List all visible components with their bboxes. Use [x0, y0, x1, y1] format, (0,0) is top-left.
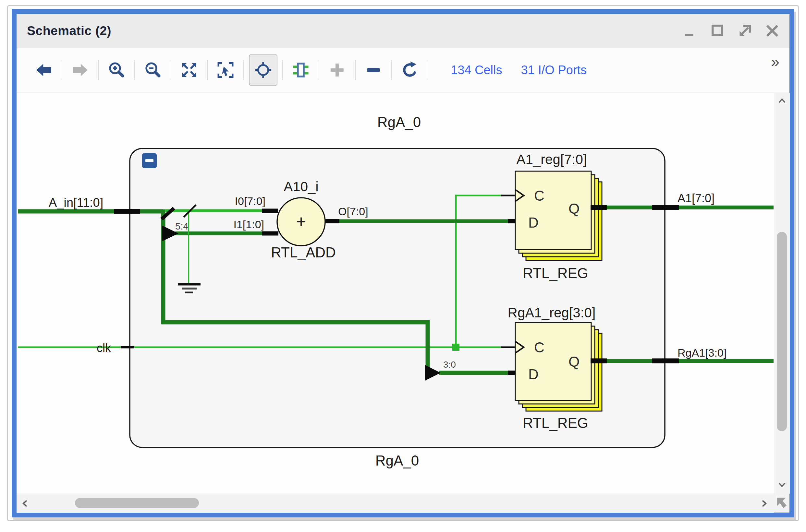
toolbar-separator: [171, 60, 171, 80]
collapse-module-icon: [145, 159, 153, 162]
adder-type-label: RTL_ADD: [271, 244, 336, 260]
expand-icon: [328, 61, 347, 79]
zoom-in-icon: [107, 61, 126, 79]
horizontal-scrollbar[interactable]: [17, 494, 774, 513]
zoom-fit-button[interactable]: [179, 60, 199, 80]
port-rga1-label: RgA1[3:0]: [678, 346, 727, 359]
toolbar-separator: [207, 60, 208, 80]
titlebar[interactable]: Schematic (2): [17, 14, 789, 48]
adder-op-symbol: +: [296, 212, 306, 231]
zoom-out-button[interactable]: [143, 60, 163, 80]
zoom-to-selection-button[interactable]: [216, 60, 236, 80]
schematic-drawing: RgA_0 RgA_0: [17, 93, 774, 494]
collapse-icon: [364, 61, 383, 79]
window-controls: [682, 23, 780, 39]
autofit-selection-button[interactable]: [249, 55, 277, 86]
float-icon: [737, 23, 752, 38]
maximize-icon: [710, 23, 725, 38]
toolbar-separator: [391, 60, 392, 80]
autofit-selection-icon: [254, 61, 273, 79]
module-name-top: RgA_0: [377, 114, 421, 130]
toolbar-separator: [243, 60, 244, 80]
scroll-up-icon[interactable]: [777, 97, 787, 106]
adder-pin-i1-label: I1[1:0]: [233, 218, 264, 230]
refresh-button[interactable]: [400, 60, 420, 80]
reg-a1-pin-q: Q: [568, 201, 580, 216]
back-arrow-icon: [34, 61, 53, 79]
toolbar-overflow-chevron[interactable]: »: [771, 53, 778, 70]
scrollbar-corner[interactable]: [774, 494, 789, 513]
vertical-scrollbar-thumb[interactable]: [777, 232, 787, 431]
port-a1-label: A1[7:0]: [678, 192, 714, 205]
reg-a1-type-label: RTL_REG: [523, 265, 588, 281]
scroll-left-icon[interactable]: [21, 498, 30, 509]
toolbar-separator: [355, 60, 355, 80]
adder-pin-o-label: O[7:0]: [338, 205, 368, 217]
screen: Schematic (2): [0, 0, 806, 532]
zoom-in-button[interactable]: [106, 60, 127, 80]
minimize-button[interactable]: [682, 23, 699, 39]
float-button[interactable]: [737, 23, 753, 39]
close-button[interactable]: [764, 23, 780, 39]
reg-rga1-pin-d: D: [528, 366, 538, 382]
reg-rga1-instance-label: RgA1_reg[3:0]: [508, 305, 596, 320]
cells-link[interactable]: 134 Cells: [451, 63, 502, 77]
cell-pins-button[interactable]: [291, 60, 311, 80]
forward-arrow-icon: [71, 61, 90, 79]
vertical-scrollbar[interactable]: [774, 93, 790, 494]
back-button[interactable]: [34, 60, 54, 80]
port-clk-label: clk: [97, 341, 111, 355]
collapse-module-button[interactable]: [142, 153, 157, 168]
scroll-right-icon[interactable]: [759, 498, 768, 509]
reg-a1-pin-c: C: [534, 188, 545, 204]
refresh-icon: [400, 61, 419, 79]
forward-button[interactable]: [70, 60, 90, 80]
toolbar-separator: [428, 60, 428, 80]
toolbar-separator: [282, 60, 283, 80]
reg-rga1-pin-c: C: [534, 339, 545, 355]
reg-rga1-type-label: RTL_REG: [523, 415, 588, 431]
scroll-down-icon[interactable]: [777, 480, 787, 489]
toolbar-separator: [62, 60, 62, 80]
adder-pin-i0-label: I0[7:0]: [235, 195, 265, 207]
minimize-icon: [683, 23, 698, 38]
toolbar: 134 Cells 31 I/O Ports »: [17, 48, 789, 92]
d-bits-label: 3:0: [443, 360, 456, 369]
resize-grip-icon: [774, 496, 789, 511]
toolbar-separator: [98, 60, 99, 80]
module-name-bottom: RgA_0: [375, 453, 419, 469]
zoom-fit-icon: [180, 61, 199, 79]
cell-pins-icon: [291, 61, 310, 79]
toolbar-separator: [134, 60, 135, 80]
zoom-out-icon: [143, 61, 162, 79]
horizontal-scrollbar-thumb[interactable]: [75, 498, 199, 508]
expand-button[interactable]: [327, 60, 347, 80]
io-ports-link[interactable]: 31 I/O Ports: [521, 63, 587, 77]
rip-bits-label: 5:4: [175, 221, 188, 231]
reg-a1-instance-label: A1_reg[7:0]: [516, 152, 587, 167]
net-junction: [452, 344, 459, 351]
reg-rga1-pin-q: Q: [568, 354, 580, 369]
toolbar-separator: [319, 60, 319, 80]
maximize-button[interactable]: [710, 23, 726, 39]
close-icon: [765, 23, 780, 38]
port-a-in-label: A_in[11:0]: [49, 196, 103, 209]
collapse-button[interactable]: [363, 60, 384, 80]
adder-instance-label: A10_i: [283, 179, 318, 194]
window-title: Schematic (2): [27, 24, 111, 38]
reg-a1-pin-d: D: [528, 215, 538, 230]
zoom-to-selection-icon: [216, 61, 235, 79]
